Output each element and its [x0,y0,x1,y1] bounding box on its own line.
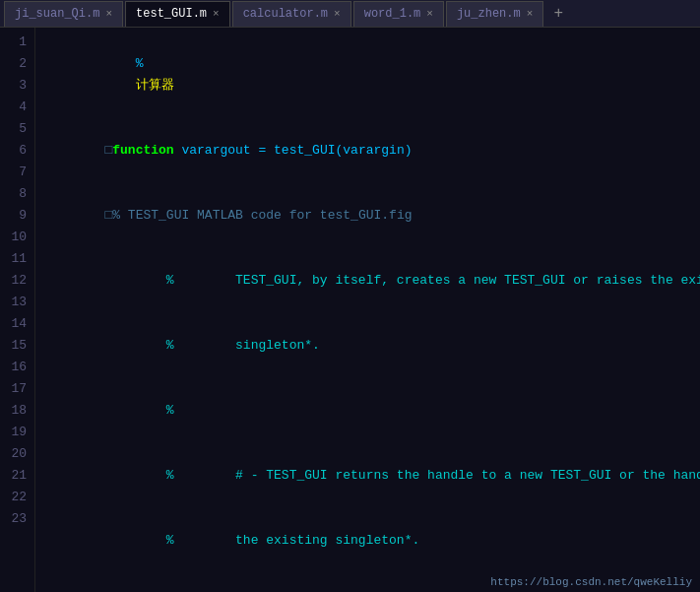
line-num: 20 [4,443,27,465]
line-num: 7 [4,162,27,183]
tab-ji-suan-qi[interactable]: ji_suan_Qi.m × [4,1,123,27]
line-num: 8 [4,183,27,205]
close-icon[interactable]: × [213,8,220,20]
line-num: 19 [4,422,27,443]
tab-label: test_GUI.m [136,7,207,21]
tab-label: ju_zhen.m [457,7,521,21]
add-tab-button[interactable]: + [547,3,569,25]
line-num: 2 [4,53,27,75]
close-icon[interactable]: × [527,8,534,20]
line-num: 18 [4,400,27,422]
tab-label: calculator.m [243,7,328,21]
line-num: 4 [4,97,27,118]
line-num: 14 [4,313,27,335]
line-num: 11 [4,248,27,270]
line-num: 10 [4,227,27,248]
line-num: 6 [4,140,27,162]
line-num: 3 [4,75,27,97]
code-line: % [43,378,692,443]
line-num: 15 [4,335,27,357]
tab-label: ji_suan_Qi.m [15,7,99,21]
code-area: 1 2 3 4 5 6 7 8 9 10 11 12 13 14 15 16 1… [0,28,700,592]
line-num: 23 [4,508,27,530]
code-content[interactable]: % 计算器 □function varargout = test_GUI(var… [35,28,700,592]
line-num: 12 [4,270,27,292]
code-line: □% TEST_GUI MATLAB code for test_GUI.fig [43,183,692,248]
tab-bar: ji_suan_Qi.m × test_GUI.m × calculator.m… [0,0,700,28]
tab-test-gui[interactable]: test_GUI.m × [125,1,230,27]
footer-url: https://blog.csdn.net/qweKelliy [490,576,692,588]
close-icon[interactable]: × [105,8,112,20]
close-icon[interactable]: × [334,8,341,20]
tab-label: word_1.m [364,7,421,21]
tab-ju-zhen[interactable]: ju_zhen.m × [446,1,543,27]
line-num: 16 [4,357,27,378]
code-line: □function varargout = test_GUI(varargin) [43,118,692,183]
code-line: % singleton*. [43,313,692,378]
line-numbers: 1 2 3 4 5 6 7 8 9 10 11 12 13 14 15 16 1… [0,28,35,592]
code-line: % TEST_GUI, by itself, creates a new TES… [43,248,692,313]
line-num: 5 [4,118,27,140]
line-num: 13 [4,292,27,313]
editor-container: ji_suan_Qi.m × test_GUI.m × calculator.m… [0,0,700,592]
tab-calculator[interactable]: calculator.m × [232,1,351,27]
line-num: 21 [4,465,27,487]
line-num: 1 [4,32,27,53]
line-num: 17 [4,378,27,400]
line-num: 22 [4,487,27,508]
tab-word1[interactable]: word_1.m × [353,1,444,27]
line-num: 9 [4,205,27,227]
close-icon[interactable]: × [426,8,433,20]
code-line: % 计算器 [43,32,692,118]
code-line: % the existing singleton*. [43,508,692,573]
code-line: % # - TEST_GUI returns the handle to a n… [43,443,692,508]
